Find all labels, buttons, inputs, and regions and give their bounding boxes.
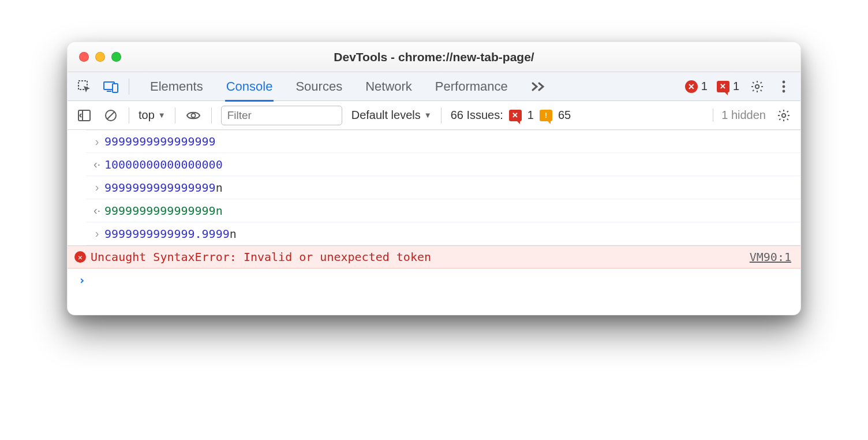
error-count: 1 [701, 80, 708, 93]
output-chevron-icon: ‹· [89, 158, 104, 171]
titlebar: DevTools - chrome://new-tab-page/ [68, 42, 800, 72]
more-options-icon[interactable] [775, 78, 792, 95]
error-badge-icon: ✕ [685, 80, 698, 93]
window-controls [79, 52, 121, 62]
svg-rect-3 [113, 84, 118, 92]
divider [129, 107, 129, 124]
divider [175, 107, 175, 124]
console-value: 9999999999999.9999n [104, 227, 237, 241]
clear-console-icon[interactable] [102, 107, 119, 124]
issue-error-count: 1 [733, 80, 739, 93]
svg-line-11 [107, 112, 114, 119]
issue-error-badge-icon: ✕ [717, 81, 729, 92]
console-value: 9999999999999999n [104, 204, 223, 218]
issues-summary[interactable]: 66 Issues: ✕ 1 ! 65 [451, 109, 571, 122]
panel-tabs: Elements Console Sources Network Perform… [149, 73, 547, 100]
errors-counter[interactable]: ✕ 1 [685, 80, 708, 93]
console-input-row[interactable]: › 9999999999999999 [86, 130, 800, 153]
error-source-link[interactable]: VM90:1 [750, 250, 791, 264]
issues-error-count: 1 [527, 109, 534, 122]
more-tabs-icon[interactable] [530, 78, 547, 95]
chevron-down-icon: ▼ [158, 111, 166, 120]
levels-label: Default levels [351, 109, 421, 122]
live-expression-icon[interactable] [185, 107, 202, 124]
console-output: › 9999999999999999 ‹· 10000000000000000 … [68, 130, 800, 315]
tab-console[interactable]: Console [225, 73, 274, 102]
svg-point-7 [783, 90, 785, 92]
console-value: 9999999999999999n [104, 181, 223, 195]
error-message: Uncaught SyntaxError: Invalid or unexpec… [91, 250, 750, 264]
context-label: top [139, 109, 155, 122]
tab-network[interactable]: Network [364, 73, 413, 100]
toggle-sidebar-icon[interactable] [76, 107, 93, 124]
chevron-down-icon: ▼ [424, 111, 432, 120]
console-input-row[interactable]: › 9999999999999999n [86, 176, 800, 199]
svg-point-6 [783, 85, 785, 88]
prompt-chevron-icon: › [74, 273, 89, 287]
zoom-window-button[interactable] [111, 52, 121, 62]
inspect-element-icon[interactable] [76, 78, 93, 95]
close-window-button[interactable] [79, 52, 89, 62]
svg-point-4 [755, 84, 759, 88]
console-result-row: ‹· 10000000000000000 [86, 153, 800, 176]
divider [441, 107, 442, 124]
input-chevron-icon: › [89, 227, 104, 240]
console-toolbar: top ▼ Default levels ▼ 66 Issues: ✕ 1 ! … [68, 101, 800, 130]
divider [129, 79, 129, 95]
console-result-row: ‹· 9999999999999999n [86, 199, 800, 222]
console-settings-icon[interactable] [775, 107, 792, 124]
filter-input[interactable] [221, 106, 342, 125]
device-toolbar-icon[interactable] [102, 78, 119, 95]
console-value: 9999999999999999 [104, 135, 216, 148]
hidden-messages[interactable]: 1 hidden [713, 109, 766, 122]
main-tab-bar: Elements Console Sources Network Perform… [68, 72, 800, 101]
svg-point-5 [783, 80, 785, 83]
divider [211, 107, 212, 124]
tab-performance[interactable]: Performance [434, 73, 509, 100]
output-chevron-icon: ‹· [89, 204, 104, 217]
issues-warning-count: 65 [558, 109, 571, 122]
minimize-window-button[interactable] [95, 52, 105, 62]
console-prompt-row[interactable]: › [68, 269, 800, 292]
settings-icon[interactable] [749, 78, 766, 95]
console-error-row: ✕ Uncaught SyntaxError: Invalid or unexp… [68, 245, 800, 269]
window-title: DevTools - chrome://new-tab-page/ [68, 50, 800, 64]
issues-label: 66 Issues: [451, 109, 503, 122]
console-input-row[interactable]: › 9999999999999.9999n [86, 222, 800, 245]
tab-elements[interactable]: Elements [149, 73, 204, 100]
svg-point-12 [191, 113, 195, 117]
console-value: 10000000000000000 [104, 158, 223, 171]
issue-warning-badge-icon: ! [540, 110, 552, 121]
execution-context-selector[interactable]: top ▼ [139, 109, 166, 122]
error-icon: ✕ [74, 251, 86, 263]
log-levels-selector[interactable]: Default levels ▼ [351, 109, 432, 122]
issue-error-badge-icon: ✕ [509, 110, 522, 121]
tab-sources[interactable]: Sources [294, 73, 343, 100]
devtools-window: DevTools - chrome://new-tab-page/ Elemen… [67, 42, 801, 315]
input-chevron-icon: › [89, 135, 104, 148]
svg-point-13 [782, 113, 785, 117]
input-chevron-icon: › [89, 181, 104, 194]
issue-errors-counter[interactable]: ✕ 1 [717, 80, 739, 93]
